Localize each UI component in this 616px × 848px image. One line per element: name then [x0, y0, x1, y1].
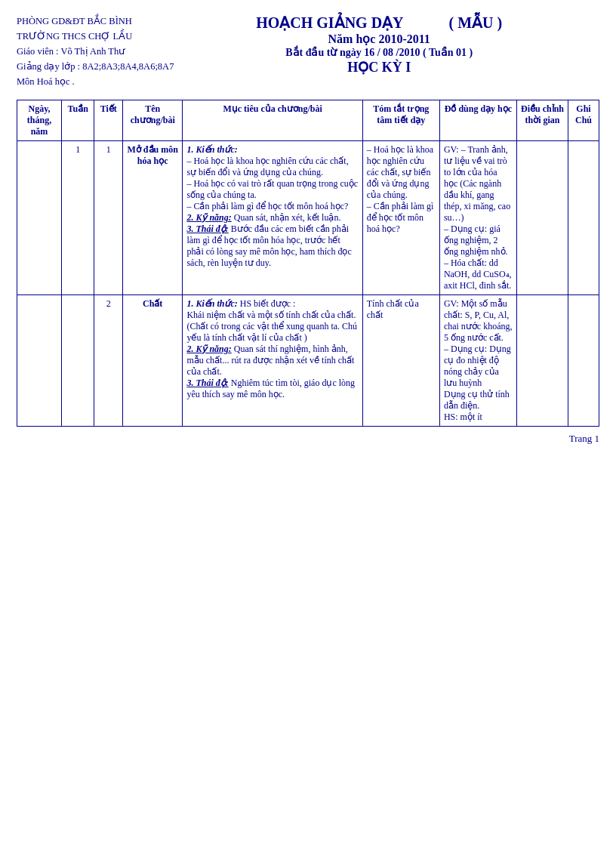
cell-ngay-2: [17, 295, 62, 427]
header-dieu: Điều chỉnh thời gian: [517, 100, 568, 141]
cell-tuan-2: [62, 295, 94, 427]
cell-tiet-1: 1: [94, 141, 123, 295]
start-date: Bắt đầu từ ngày 16 / 08 /2010 ( Tuần 01 …: [189, 46, 569, 59]
kien-thuc-3: – Cần phải làm gì để học tốt môn hoá học…: [186, 201, 348, 211]
kien-thuc-2b: Khái niệm chất và một số tính chất của c…: [186, 310, 356, 320]
school-year: Năm học 2010-2011: [189, 32, 569, 46]
header-do: Đồ dùng dạy học: [439, 100, 516, 141]
page-header: PHÒNG GD&ĐT BẮC BÌNH TRƯỜNG THCS CHỢ LẦU…: [17, 14, 599, 89]
cell-tom-1: – Hoá học là khoa học nghiên cứu các chấ…: [362, 141, 439, 295]
cell-dieu-2: [517, 295, 568, 427]
cell-muc-1: 1. Kiến thức: – Hoá học là khoa học nghi…: [183, 141, 362, 295]
document-title: HOẠCH GIẢNG DẠY ( MẪU ) Năm học 2010-201…: [189, 14, 569, 89]
header-ghi: Ghi Chú: [568, 100, 599, 141]
cell-ten-2: Chất: [122, 295, 182, 427]
ky-nang-text-1: Quan sát, nhận xét, kết luận.: [234, 212, 341, 223]
kien-thuc-label-1: 1. Kiến thức:: [186, 144, 237, 155]
semester-title: HỌC KỲ I: [189, 59, 569, 76]
ky-nang-label-2: 2. Kỹ năng:: [186, 344, 231, 354]
table-row: 1 1 Mở đầu môn hóa học 1. Kiến thức: – H…: [17, 141, 599, 295]
kien-thuc-2c: (Chất có trong các vật thể xung quanh ta…: [186, 321, 357, 343]
header-ngay: Ngày, tháng, năm: [17, 100, 62, 141]
title-main-left: HOẠCH GIẢNG DẠY: [256, 14, 403, 32]
cell-tuan-1: 1: [62, 141, 94, 295]
header-ten: Tên chương/bài: [122, 100, 182, 141]
ky-nang-label-1: 2. Kỹ năng:: [186, 212, 231, 223]
cell-dieu-1: [517, 141, 568, 295]
cell-do-2: GV: Một số mẫu chất: S, P, Cu, Al, chai …: [439, 295, 516, 427]
cell-tom-2: Tính chất của chất: [362, 295, 439, 427]
kien-thuc-2a: HS biết được :: [240, 298, 296, 309]
teaching-plan-table: Ngày, tháng, năm Tuần Tiết Tên chương/bà…: [17, 100, 599, 427]
cell-ngay-1: [17, 141, 62, 295]
thai-do-label-1: 3. Thái độ:: [186, 224, 228, 234]
cell-ghi-2: [568, 295, 599, 427]
cell-ten-1: Mở đầu môn hóa học: [122, 141, 182, 295]
kien-thuc-1: – Hoá học là khoa học nghiên cứu các chấ…: [186, 156, 348, 177]
table-row: 2 Chất 1. Kiến thức: HS biết được : Khái…: [17, 295, 599, 427]
cell-do-1: GV: – Tranh ảnh, tư liệu về vai trò to l…: [439, 141, 516, 295]
header-tiet: Tiết: [94, 100, 123, 141]
school-info: PHÒNG GD&ĐT BẮC BÌNH TRƯỜNG THCS CHỢ LẦU…: [17, 14, 174, 89]
teacher-name: Giáo viên : Võ Thị Anh Thư: [17, 44, 174, 59]
header-tom: Tóm tắt trọng tâm tiết dạy: [362, 100, 439, 141]
kien-thuc-2: – Hoá học có vai trò rất quan trọng tron…: [186, 178, 358, 200]
cell-tiet-2: 2: [94, 295, 123, 427]
school-name: TRƯỜNG THCS CHỢ LẦU: [17, 29, 174, 44]
class-info: Giảng dạy lớp : 8A2;8A3;8A4,8A6;8A7: [17, 59, 174, 74]
thai-do-label-2: 3. Thái độ:: [186, 378, 228, 388]
page-number: Trang 1: [17, 433, 599, 445]
title-main-right: ( MẪU ): [449, 14, 503, 32]
subject-name: Môn Hoá học .: [17, 74, 174, 89]
department-name: PHÒNG GD&ĐT BẮC BÌNH: [17, 14, 174, 29]
header-muc: Mục tiêu của chương/bài: [183, 100, 362, 141]
header-tuan: Tuần: [62, 100, 94, 141]
cell-muc-2: 1. Kiến thức: HS biết được : Khái niệm c…: [183, 295, 362, 427]
cell-ghi-1: [568, 141, 599, 295]
kien-thuc-label-2: 1. Kiến thức:: [186, 298, 237, 309]
